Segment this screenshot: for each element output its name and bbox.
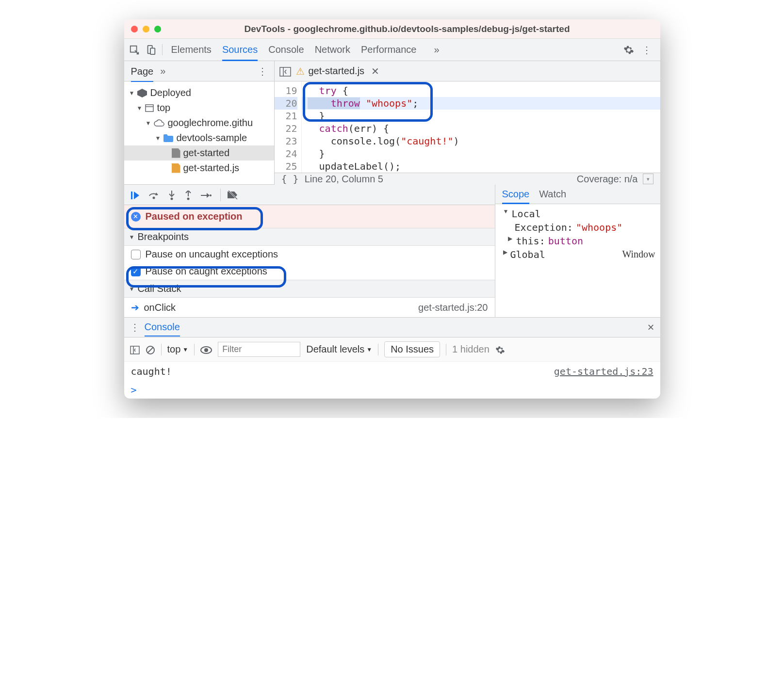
page-tab[interactable]: Page	[131, 66, 154, 82]
window-controls	[131, 26, 161, 32]
drawer-kebab-icon[interactable]: ⋮	[130, 321, 140, 333]
svg-line-17	[147, 347, 153, 353]
breakpoints-header[interactable]: ▼Breakpoints	[124, 228, 495, 246]
debugger-toolbar	[124, 185, 495, 205]
devtools-window: DevTools - googlechrome.github.io/devtoo…	[124, 19, 660, 399]
more-nav-icon[interactable]: »	[160, 65, 165, 77]
log-source-link[interactable]: get-started.js:23	[554, 366, 653, 377]
maximize-window-icon[interactable]	[154, 26, 161, 32]
scope-pane: Scope Watch ▼Local Exception: "whoops" ▶…	[495, 185, 660, 317]
current-frame-icon: ➔	[131, 302, 139, 313]
console-settings-icon[interactable]	[495, 344, 505, 355]
close-file-icon[interactable]: ✕	[371, 65, 379, 77]
deployed-icon	[137, 89, 147, 97]
resume-icon[interactable]	[131, 189, 140, 200]
settings-icon[interactable]	[623, 44, 634, 56]
nav-kebab-icon[interactable]: ⋮	[258, 65, 267, 77]
close-drawer-icon[interactable]: ×	[647, 320, 654, 334]
console-sidebar-icon[interactable]	[130, 344, 140, 355]
sources-subbar: Page » ⋮ ⚠ get-started.js ✕	[124, 61, 660, 81]
file-tab-label: get-started.js	[309, 65, 365, 77]
code-lines[interactable]: try { throw "whoops"; } catch(err) { con…	[302, 81, 660, 173]
code-editor: 19 20 21 22 23 24 25 try { throw "whoops…	[275, 81, 660, 184]
svg-point-11	[210, 194, 212, 196]
cloud-icon	[154, 119, 164, 127]
titlebar: DevTools - googlechrome.github.io/devtoo…	[124, 19, 660, 39]
checkbox-uncaught[interactable]	[131, 250, 141, 259]
live-expression-icon[interactable]	[200, 344, 212, 355]
tree-file-html[interactable]: get-started	[124, 145, 274, 160]
warning-icon: ⚠	[296, 65, 305, 77]
tree-domain[interactable]: ▼googlechrome.githu	[124, 115, 274, 130]
pause-caught-row[interactable]: ✓ Pause on caught exceptions	[124, 263, 495, 280]
paused-info-icon: ✕	[131, 212, 141, 222]
console-prompt[interactable]: >	[124, 381, 660, 399]
tab-scope[interactable]: Scope	[502, 189, 530, 204]
toggle-navigator-icon[interactable]	[279, 65, 291, 77]
filter-input[interactable]	[218, 342, 300, 357]
svg-point-19	[204, 348, 208, 352]
scope-this[interactable]: ▶this: button	[500, 234, 655, 248]
scope-local[interactable]: ▼Local	[500, 207, 655, 221]
close-window-icon[interactable]	[131, 26, 138, 32]
kebab-menu-icon[interactable]: ⋮	[642, 44, 652, 56]
paused-banner: ✕ Paused on exception	[124, 205, 495, 228]
pause-uncaught-row[interactable]: Pause on uncaught exceptions	[124, 246, 495, 263]
step-out-icon[interactable]	[184, 189, 192, 200]
paused-message: Paused on exception	[146, 211, 243, 222]
device-toggle-icon[interactable]	[146, 44, 156, 56]
console-log-line: caught! get-started.js:23	[124, 362, 660, 381]
folder-icon	[163, 134, 173, 142]
debugger-left-pane: ✕ Paused on exception ▼Breakpoints Pause…	[124, 185, 495, 317]
minimize-window-icon[interactable]	[143, 26, 149, 32]
tree-top[interactable]: ▼top	[124, 100, 274, 115]
svg-rect-3	[280, 67, 291, 76]
tree-folder[interactable]: ▼devtools-sample	[124, 130, 274, 145]
no-issues-badge[interactable]: No Issues	[384, 341, 440, 357]
tree-file-js[interactable]: get-started.js	[124, 160, 274, 176]
callstack-frame[interactable]: ➔ onClick get-started.js:20	[124, 298, 495, 317]
svg-rect-7	[131, 192, 132, 199]
tab-watch[interactable]: Watch	[539, 189, 566, 200]
clear-console-icon[interactable]	[146, 344, 155, 355]
step-into-icon[interactable]	[168, 189, 176, 200]
window-title: DevTools - googlechrome.github.io/devtoo…	[161, 24, 653, 34]
step-over-icon[interactable]	[148, 189, 159, 200]
pretty-print-icon[interactable]: { }	[281, 173, 299, 185]
editor-statusbar: { } Line 20, Column 5 Coverage: n/a ▾	[275, 173, 660, 185]
tab-network[interactable]: Network	[315, 44, 350, 55]
coverage-toggle-icon[interactable]: ▾	[643, 174, 653, 184]
scope-exception: Exception: "whoops"	[500, 221, 655, 234]
line-gutter: 19 20 21 22 23 24 25	[275, 81, 302, 173]
svg-rect-2	[150, 48, 155, 55]
hidden-count: 1 hidden	[452, 344, 490, 355]
deactivate-breakpoints-icon[interactable]	[220, 189, 238, 201]
tab-elements[interactable]: Elements	[171, 44, 212, 55]
svg-point-9	[170, 197, 173, 200]
tab-performance[interactable]: Performance	[361, 44, 417, 55]
drawer-tab-console[interactable]: Console	[145, 321, 180, 336]
js-file-icon	[172, 163, 180, 173]
main-toolbar: Elements Sources Console Network Perform…	[124, 39, 660, 61]
console-drawer: ⋮ Console × top▼ Default levels▼ No Issu…	[124, 317, 660, 399]
svg-rect-14	[131, 346, 139, 354]
more-tabs-icon[interactable]: »	[434, 44, 440, 55]
console-toolbar: top▼ Default levels▼ No Issues 1 hidden	[124, 337, 660, 362]
tree-deployed[interactable]: ▼Deployed	[124, 85, 274, 100]
callstack-header[interactable]: ▼Call Stack	[124, 280, 495, 298]
svg-rect-5	[146, 105, 153, 112]
svg-point-10	[187, 197, 189, 200]
checkbox-caught[interactable]: ✓	[131, 267, 141, 276]
tab-console[interactable]: Console	[268, 44, 304, 55]
inspect-icon[interactable]	[129, 44, 140, 56]
step-icon[interactable]	[201, 189, 212, 200]
context-selector[interactable]: top▼	[167, 344, 189, 355]
frame-icon	[145, 104, 154, 112]
cursor-position: Line 20, Column 5	[305, 174, 383, 185]
log-levels-selector[interactable]: Default levels▼	[306, 344, 372, 355]
scope-global[interactable]: ▶GlobalWindow	[500, 248, 655, 261]
file-tab[interactable]: ⚠ get-started.js ✕	[296, 65, 380, 77]
file-tree: ▼Deployed ▼top ▼googlechrome.githu ▼devt…	[124, 81, 275, 184]
document-icon	[172, 148, 180, 158]
tab-sources[interactable]: Sources	[222, 44, 258, 61]
